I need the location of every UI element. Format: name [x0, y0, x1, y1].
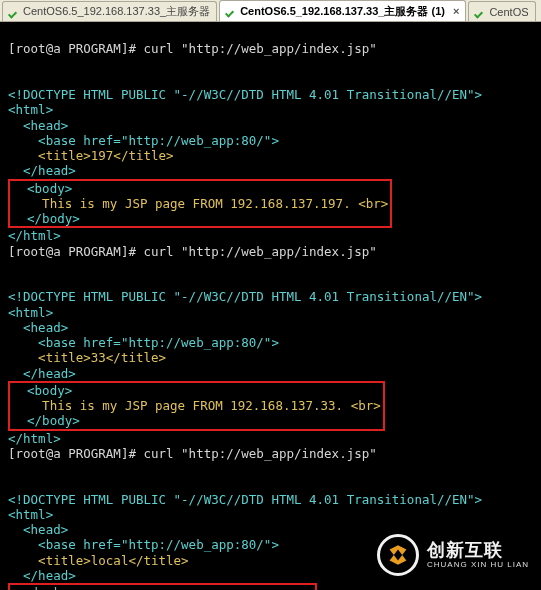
- output-line: <html>: [8, 507, 53, 522]
- output-line: <title>33</title>: [8, 350, 166, 365]
- output-line: This is my JSP page FROM 192.168.137.197…: [12, 196, 388, 211]
- curl-command: curl "http://web_app/index.jsp": [143, 41, 376, 56]
- check-icon: [9, 7, 19, 17]
- output-line: <body>: [12, 585, 72, 590]
- output-line: <base href="http://web_app:80/">: [8, 335, 279, 350]
- shell-prompt: [root@a PROGRAM]#: [8, 244, 136, 259]
- output-line: <head>: [8, 118, 68, 133]
- output-line: <html>: [8, 102, 53, 117]
- output-line: </body>: [12, 413, 80, 428]
- tab-bar: CentOS6.5_192.168.137.33_主服务器 CentOS6.5_…: [0, 0, 541, 22]
- tab-server-3[interactable]: CentOS: [468, 1, 535, 21]
- output-line: <base href="http://web_app:80/">: [8, 537, 279, 552]
- output-line: <head>: [8, 522, 68, 537]
- output-line: </head>: [8, 568, 76, 583]
- output-line: <body>: [12, 181, 72, 196]
- check-icon: [226, 6, 236, 16]
- highlight-box-1: <body> This is my JSP page FROM 192.168.…: [8, 179, 392, 229]
- watermark-logo-icon: [377, 534, 419, 576]
- watermark-en: CHUANG XIN HU LIAN: [427, 561, 529, 569]
- curl-command: curl "http://web_app/index.jsp": [143, 446, 376, 461]
- check-icon: [475, 7, 485, 17]
- tab-server-2[interactable]: CentOS6.5_192.168.137.33_主服务器 (1) ×: [219, 0, 466, 21]
- output-line: <base href="http://web_app:80/">: [8, 133, 279, 148]
- watermark-text: 创新互联 CHUANG XIN HU LIAN: [427, 541, 529, 569]
- tab-label: CentOS: [489, 6, 528, 18]
- close-icon[interactable]: ×: [453, 5, 459, 17]
- output-line: </html>: [8, 431, 61, 446]
- output-line: </head>: [8, 366, 76, 381]
- output-line: </html>: [8, 228, 61, 243]
- watermark-cn: 创新互联: [427, 541, 529, 559]
- tab-label: CentOS6.5_192.168.137.33_主服务器: [23, 4, 210, 19]
- output-line: <head>: [8, 320, 68, 335]
- shell-prompt: [root@a PROGRAM]#: [8, 41, 136, 56]
- output-line: This is my JSP page FROM 192.168.137.33.…: [12, 398, 381, 413]
- shell-prompt: [root@a PROGRAM]#: [8, 446, 136, 461]
- output-line: <title>197</title>: [8, 148, 174, 163]
- output-line: <!DOCTYPE HTML PUBLIC "-//W3C//DTD HTML …: [8, 492, 482, 507]
- watermark: 创新互联 CHUANG XIN HU LIAN: [377, 534, 529, 576]
- output-line: </body>: [12, 211, 80, 226]
- output-line: <!DOCTYPE HTML PUBLIC "-//W3C//DTD HTML …: [8, 289, 482, 304]
- curl-command: curl "http://web_app/index.jsp": [143, 244, 376, 259]
- highlight-box-2: <body> This is my JSP page FROM 192.168.…: [8, 381, 385, 431]
- output-line: <body>: [12, 383, 72, 398]
- tab-label: CentOS6.5_192.168.137.33_主服务器 (1): [240, 4, 445, 19]
- output-line: <html>: [8, 305, 53, 320]
- output-line: <title>local</title>: [8, 553, 189, 568]
- tab-server-1[interactable]: CentOS6.5_192.168.137.33_主服务器: [2, 1, 217, 21]
- terminal[interactable]: [root@a PROGRAM]# curl "http://web_app/i…: [0, 22, 541, 590]
- output-line: <!DOCTYPE HTML PUBLIC "-//W3C//DTD HTML …: [8, 87, 482, 102]
- highlight-box-3: <body> This is my JSP page From local. <…: [8, 583, 317, 590]
- output-line: </head>: [8, 163, 76, 178]
